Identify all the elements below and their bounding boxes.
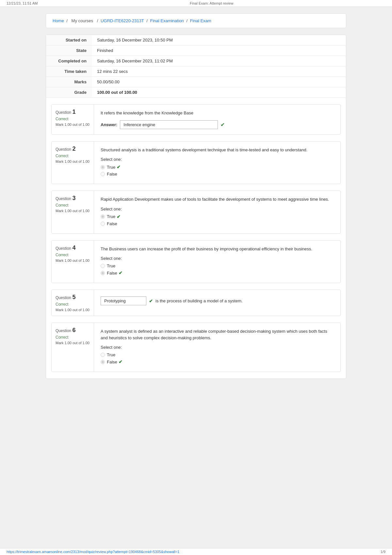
- option-text-3-false: False: [107, 221, 117, 226]
- breadcrumb-sep-2: /: [97, 18, 99, 23]
- radio-6-true[interactable]: [101, 353, 105, 357]
- radio-6-false[interactable]: [101, 360, 105, 364]
- mark-label-2: Mark 1.00 out of 1.00: [56, 160, 90, 163]
- select-one-label-6: Select one:: [101, 345, 334, 350]
- breadcrumb-course[interactable]: UGRD-ITE6220-2313T: [101, 18, 144, 23]
- option-row-4-false: False ✔: [101, 270, 334, 276]
- correct-check-6-false: ✔: [119, 359, 122, 364]
- question-text-4: The Business users can increase the prof…: [101, 246, 334, 252]
- option-text-3-true: True: [107, 214, 115, 219]
- question-number-1: Question 1: [56, 109, 90, 115]
- option-text-4-false: False: [107, 271, 117, 276]
- question-block-6: Question 6 Correct Mark 1.00 out of 1.00…: [51, 323, 341, 372]
- marks-value: 50.00/50.00: [92, 77, 346, 87]
- breadcrumb-sep-1: /: [66, 18, 69, 23]
- page-title-top: Final Exam: Attempt review: [190, 1, 233, 5]
- question-block-5: Question 5 Correct Mark 1.00 out of 1.00…: [51, 290, 341, 316]
- question-content-6: A system analyst is defined as an intera…: [94, 323, 340, 372]
- radio-2-true[interactable]: [101, 165, 105, 169]
- question-sidebar-2: Question 2 Correct Mark 1.00 out of 1.00: [52, 142, 94, 184]
- summary-row-completed: Completed on Saturday, 16 December 2023,…: [46, 56, 346, 66]
- completed-value: Saturday, 16 December 2023, 11:02 PM: [92, 56, 346, 66]
- mark-label-1: Mark 1.00 out of 1.00: [56, 123, 90, 126]
- radio-3-true[interactable]: [101, 214, 105, 219]
- answer-input-1[interactable]: [120, 120, 218, 129]
- question-text-3: Rapid Application Development makes use …: [101, 196, 334, 203]
- breadcrumb-mycourses: My courses: [72, 18, 93, 23]
- radio-4-true[interactable]: [101, 264, 105, 268]
- question-sidebar-5: Question 5 Correct Mark 1.00 out of 1.00: [52, 290, 94, 316]
- radio-2-false[interactable]: [101, 172, 105, 176]
- option-row-2-true: True ✔: [101, 164, 334, 170]
- main-card: Started on Saturday, 16 December 2023, 1…: [46, 35, 346, 379]
- option-text-6-true: True: [107, 352, 115, 357]
- datetime-label: 12/21/23, 11:51 AM: [7, 1, 38, 5]
- question-number-5: Question 5: [56, 294, 90, 301]
- question-sidebar-1: Question 1 Correct Mark 1.00 out of 1.00: [52, 105, 94, 134]
- correct-check-4-false: ✔: [119, 270, 122, 276]
- page-wrapper: Home / My courses / UGRD-ITE6220-2313T /…: [39, 7, 353, 392]
- correct-label-4: Correct: [56, 253, 90, 257]
- blank-input-5[interactable]: [101, 296, 146, 305]
- correct-label-5: Correct: [56, 302, 90, 307]
- top-bar: 12/21/23, 11:51 AM Final Exam: Attempt r…: [0, 0, 392, 7]
- question-number-2: Question 2: [56, 145, 90, 152]
- started-value: Saturday, 16 December 2023, 10:50 PM: [92, 35, 346, 45]
- summary-row-time: Time taken 12 mins 22 secs: [46, 66, 346, 77]
- mark-label-3: Mark 1.00 out of 1.00: [56, 209, 90, 213]
- option-row-3-true: True ✔: [101, 214, 334, 219]
- radio-4-false[interactable]: [101, 271, 105, 275]
- breadcrumb-sep-3: /: [146, 18, 149, 23]
- breadcrumb-home[interactable]: Home: [53, 18, 64, 23]
- question-content-3: Rapid Application Development makes use …: [94, 191, 340, 233]
- question-block-1: Question 1 Correct Mark 1.00 out of 1.00…: [51, 104, 341, 135]
- fill-blank-suffix-5: is the process of building a model of a …: [155, 298, 243, 303]
- summary-row-grade: Grade 100.00 out of 100.00: [46, 87, 346, 98]
- correct-label-1: Correct: [56, 117, 90, 121]
- option-row-3-false: False: [101, 221, 334, 226]
- select-one-label-2: Select one:: [101, 157, 334, 162]
- state-value: Finished: [92, 45, 346, 56]
- started-label: Started on: [46, 35, 92, 45]
- radio-3-false[interactable]: [101, 222, 105, 226]
- state-label: State: [46, 45, 92, 56]
- option-text-2-true: True: [107, 165, 115, 170]
- breadcrumb-final-exam[interactable]: Final Exam: [190, 18, 211, 23]
- mark-label-4: Mark 1.00 out of 1.00: [56, 259, 90, 262]
- fill-blank-row-5: ✔ is the process of building a model of …: [101, 296, 334, 305]
- summary-row-state: State Finished: [46, 45, 346, 56]
- grade-label: Grade: [46, 87, 92, 98]
- correct-check-2-true: ✔: [117, 164, 121, 170]
- select-one-label-4: Select one:: [101, 256, 334, 261]
- question-text-2: Structured analysis is a traditional sys…: [101, 147, 334, 153]
- select-one-label-3: Select one:: [101, 207, 334, 211]
- check-icon-1: ✔: [220, 122, 225, 128]
- option-row-4-true: True: [101, 263, 334, 268]
- summary-table: Started on Saturday, 16 December 2023, 1…: [46, 35, 346, 98]
- question-content-1: It refers the knowledge from the Knowled…: [94, 105, 340, 134]
- question-sidebar-3: Question 3 Correct Mark 1.00 out of 1.00: [52, 191, 94, 233]
- question-block-4: Question 4 Correct Mark 1.00 out of 1.00…: [51, 240, 341, 283]
- question-block-3: Question 3 Correct Mark 1.00 out of 1.00…: [51, 191, 341, 234]
- correct-check-3-true: ✔: [117, 214, 121, 219]
- correct-label-6: Correct: [56, 335, 90, 340]
- option-row-6-false: False ✔: [101, 359, 334, 364]
- breadcrumb-box: Home / My courses / UGRD-ITE6220-2313T /…: [46, 13, 346, 28]
- question-content-2: Structured analysis is a traditional sys…: [94, 142, 340, 184]
- summary-row-marks: Marks 50.00/50.00: [46, 77, 346, 87]
- option-text-4-true: True: [107, 263, 115, 268]
- answer-label-1: Answer:: [101, 122, 117, 127]
- option-row-2-false: False: [101, 172, 334, 177]
- option-row-6-true: True: [101, 352, 334, 357]
- mark-label-6: Mark 1.00 out of 1.00: [56, 341, 90, 345]
- grade-value: 100.00 out of 100.00: [92, 87, 346, 98]
- time-label: Time taken: [46, 66, 92, 77]
- summary-row-started: Started on Saturday, 16 December 2023, 1…: [46, 35, 346, 45]
- time-value: 12 mins 22 secs: [92, 66, 346, 77]
- question-number-4: Question 4: [56, 244, 90, 251]
- marks-label: Marks: [46, 77, 92, 87]
- question-content-4: The Business users can increase the prof…: [94, 241, 340, 283]
- completed-label: Completed on: [46, 56, 92, 66]
- question-text-6: A system analyst is defined as an intera…: [101, 328, 334, 341]
- breadcrumb-final-examination[interactable]: Final Examination: [150, 18, 184, 23]
